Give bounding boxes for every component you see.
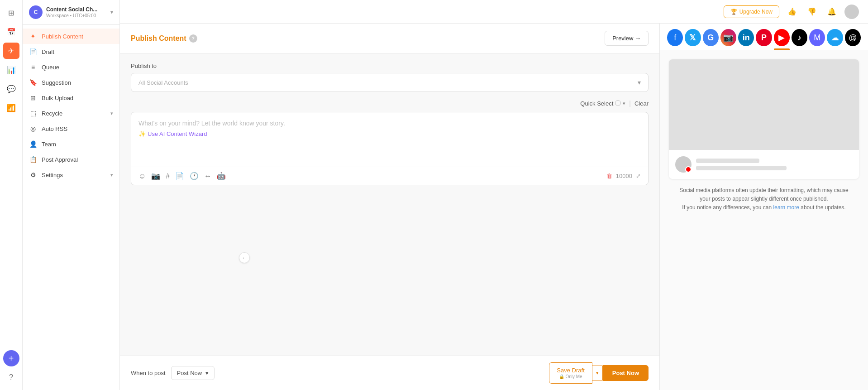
sidebar-item-publish-content[interactable]: ✦ Publish Content [23,29,119,44]
post-now-button[interactable]: Post Now [603,365,649,381]
ai-content-wizard-button[interactable]: ✨ Use AI Content Wizard [138,130,641,137]
placeholder-text: What's on your mind? Let the world know … [138,120,285,127]
social-tab-linkedin[interactable]: in [738,29,754,46]
publish-content-label: Publish Content [131,34,186,43]
main-content: 🏆 Upgrade Now 👍 👎 🔔 Publish Content ? Pr… [120,0,868,390]
clock-icon[interactable]: 🕐 [190,172,199,180]
sidebar-item-label: Publish Content [42,33,83,40]
sidebar-collapse-button[interactable]: ← [239,252,250,263]
trash-icon[interactable]: 🗑 [606,173,612,179]
ai-wand-icon: ✨ [138,130,146,137]
content-editor-box: What's on your mind? Let the world know … [131,112,649,185]
thumbs-down-button[interactable]: 👎 [805,5,819,19]
content-area: Publish Content ? Preview → Publish to A… [120,24,868,390]
clear-button[interactable]: Clear [634,100,649,107]
suggestion-icon: 🔖 [29,79,37,86]
icon-bar-help[interactable]: ? [3,369,19,385]
sidebar-item-suggestion[interactable]: 🔖 Suggestion [23,75,119,90]
social-tab-pinterest[interactable]: P [756,29,772,46]
image-icon[interactable]: 📷 [151,172,160,180]
team-icon: 👤 [29,140,37,148]
preview-user-lines [696,159,853,170]
social-accounts-select[interactable]: All Social Accounts ▾ [131,73,649,92]
settings-chevron-icon: ▾ [110,172,113,178]
bulk-upload-icon: ⊞ [29,94,37,101]
sidebar-item-label: Suggestion [42,79,71,86]
bottom-bar: When to post Post Now ▾ Save Draft 🔒 Onl… [120,356,659,390]
icon-bar-add[interactable]: + [3,350,19,366]
repost-icon[interactable]: ↔ [204,172,211,180]
post-now-select[interactable]: Post Now ▾ [171,366,215,380]
quick-select-chevron-icon[interactable]: ▾ [623,101,625,106]
sidebar-item-recycle[interactable]: ⬚ Recycle ▾ [23,106,119,121]
social-tab-youtube[interactable]: ▶ [774,29,790,46]
notification-bell-button[interactable]: 🔔 [825,5,839,19]
sidebar-item-draft[interactable]: 📄 Draft [23,44,119,59]
quick-select-text: Quick Select [580,100,613,107]
ai-wizard-label: Use AI Content Wizard [148,130,207,137]
icon-bar-bars[interactable]: 📶 [3,100,19,116]
preview-card [669,59,859,179]
sidebar-item-post-approval[interactable]: 📋 Post Approval [23,152,119,167]
icon-bar-chart[interactable]: 📊 [3,62,19,78]
editor-area[interactable]: What's on your mind? Let the world know … [131,112,648,167]
sidebar-item-label: Queue [42,64,59,71]
sidebar: C Content Social Ch... Workspace • UTC+0… [23,0,120,390]
social-tab-facebook[interactable]: f [667,29,683,46]
sidebar-item-auto-rss[interactable]: ◎ Auto RSS [23,121,119,136]
workspace-avatar: C [29,5,43,19]
icon-bar-calendar[interactable]: 📅 [3,24,19,40]
save-draft-label: Save Draft [557,367,584,374]
social-tab-twitter[interactable]: 𝕏 [685,29,701,46]
editor-toolbar: ☺ 📷 # 📄 🕐 ↔ 🤖 🗑 10000 ⤢ [131,167,648,185]
hashtag-icon[interactable]: # [166,172,170,180]
form-area: Publish to All Social Accounts ▾ Quick S… [120,53,659,356]
social-tab-google[interactable]: G [703,29,719,46]
sidebar-item-settings[interactable]: ⚙ Settings ▾ [23,167,119,183]
social-accounts-placeholder: All Social Accounts [138,79,188,86]
preview-image-placeholder [669,59,859,150]
social-tab-mastodon[interactable]: M [809,29,825,46]
info-notice-prefix: If you notice any differences, you can [682,204,772,211]
expand-icon[interactable]: ⤢ [636,173,641,179]
only-me-label: Only Me [565,374,582,379]
ai-icon[interactable]: 🤖 [217,172,226,180]
save-draft-sub: 🔒 Only Me [559,374,582,379]
info-text-suffix: about the updates. [801,204,845,211]
upgrade-now-button[interactable]: 🏆 Upgrade Now [724,5,779,18]
recycle-icon: ⬚ [29,110,37,117]
sidebar-chevron-icon[interactable]: ▾ [110,9,113,15]
sidebar-header[interactable]: C Content Social Ch... Workspace • UTC+0… [23,0,119,25]
preview-avatar-badge [685,166,692,173]
document-icon[interactable]: 📄 [175,172,184,180]
emoji-icon[interactable]: ☺ [138,172,146,180]
sidebar-item-label: Bulk Upload [42,95,73,101]
user-avatar[interactable] [844,5,859,19]
sidebar-item-label: Draft [42,48,54,55]
social-tab-bluesky[interactable]: ☁ [827,29,843,46]
sidebar-item-queue[interactable]: ≡ Queue [23,59,119,75]
question-mark-icon[interactable]: ? [189,34,197,43]
learn-more-link[interactable]: learn more [773,204,799,211]
header-right: 🏆 Upgrade Now 👍 👎 🔔 [724,5,859,19]
post-now-chevron-icon: ▾ [205,370,209,376]
save-draft-chevron-button[interactable]: ▾ [592,366,603,380]
thumbs-up-button[interactable]: 👍 [785,5,799,19]
social-tab-threads[interactable]: @ [845,29,861,46]
sidebar-item-team[interactable]: 👤 Team [23,136,119,152]
social-tab-instagram[interactable]: 📷 [720,29,736,46]
icon-bar-home[interactable]: ⊞ [3,5,19,21]
icon-bar-send[interactable]: ✈ [3,43,19,59]
bottom-right-buttons: Save Draft 🔒 Only Me ▾ Post Now [549,362,649,384]
icon-bar-chat[interactable]: 💬 [3,81,19,97]
social-tab-tiktok[interactable]: ♪ [792,29,807,46]
select-chevron-icon: ▾ [638,79,641,86]
sidebar-item-label: Auto RSS [42,125,67,132]
save-draft-button[interactable]: Save Draft 🔒 Only Me [549,362,592,384]
queue-icon: ≡ [29,63,37,71]
publish-to-label: Publish to [131,63,649,69]
sidebar-item-bulk-upload[interactable]: ⊞ Bulk Upload [23,90,119,106]
lock-icon: 🔒 [559,374,564,379]
preview-button[interactable]: Preview → [605,31,649,46]
sidebar-item-label: Post Approval [42,156,78,163]
